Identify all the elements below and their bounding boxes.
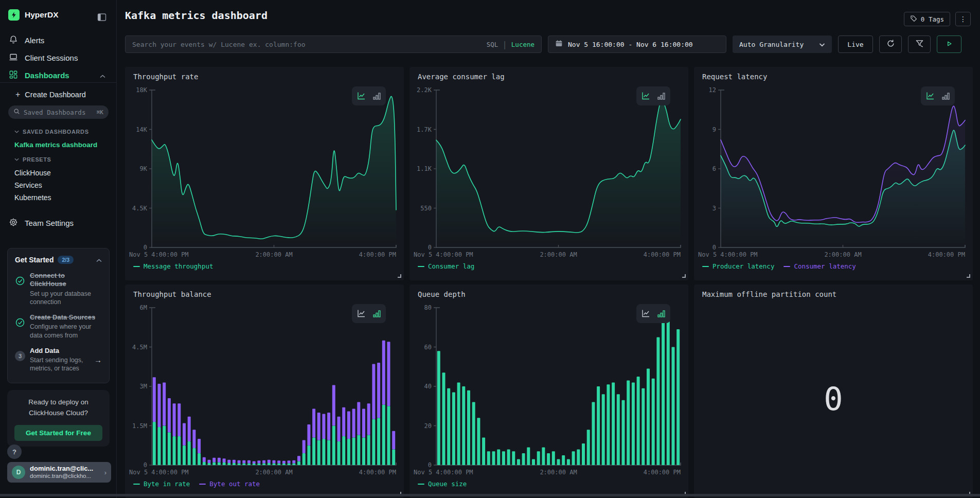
- sidebar-item-alerts[interactable]: Alerts: [0, 32, 117, 48]
- svg-text:2:00:00 AM: 2:00:00 AM: [540, 251, 577, 258]
- get-started-step[interactable]: Create Data Sources Configure where your…: [15, 313, 102, 340]
- legend-item[interactable]: Producer latency: [702, 262, 774, 270]
- panel-title: Maximum offline partition count: [702, 290, 836, 298]
- dashboard-panel: Request latency036912Nov 5 4:00:00 PM2:0…: [694, 67, 973, 280]
- svg-text:0: 0: [428, 244, 432, 251]
- user-email: dominic.tran@clickho...: [30, 473, 93, 479]
- filter-button[interactable]: [908, 35, 931, 53]
- line-chart-toggle-icon[interactable]: [356, 309, 366, 319]
- legend-swatch: [133, 484, 140, 485]
- chart-legend: Queue size: [418, 480, 467, 488]
- chevron-up-icon[interactable]: [96, 255, 102, 264]
- sidebar-item-team-settings[interactable]: Team Settings: [0, 216, 117, 230]
- panel-title: Queue depth: [418, 290, 466, 298]
- legend-item[interactable]: Consumer lag: [418, 262, 474, 270]
- panel-resize-handle[interactable]: [967, 274, 970, 278]
- bar-chart-toggle-icon[interactable]: [656, 309, 666, 319]
- chart-legend: Message throughput: [133, 262, 213, 270]
- event-search-input[interactable]: [132, 41, 487, 48]
- panel-resize-handle[interactable]: [398, 274, 401, 278]
- svg-text:0: 0: [712, 244, 716, 251]
- legend-item[interactable]: Byte out rate: [199, 480, 260, 488]
- sql-mode-toggle[interactable]: SQL: [487, 41, 498, 48]
- horizontal-scrollbar[interactable]: [0, 494, 980, 496]
- svg-text:4:00:00 PM: 4:00:00 PM: [928, 251, 965, 258]
- chart-type-toggle: [636, 86, 670, 105]
- dashboard-panel: Queue depth020406080Nov 5 4:00:00 PM2:00…: [409, 284, 688, 498]
- get-started-step[interactable]: 3 Add Data Start sending logs, metrics, …: [15, 347, 102, 373]
- search-icon: [13, 108, 20, 117]
- brand-name: HyperDX: [25, 10, 58, 20]
- chevron-right-icon: ›: [104, 469, 106, 476]
- help-button[interactable]: ?: [7, 444, 22, 459]
- svg-text:0: 0: [428, 461, 432, 469]
- sidebar-item-client-sessions[interactable]: Client Sessions: [0, 50, 117, 65]
- svg-text:40: 40: [424, 383, 432, 390]
- svg-text:1.5M: 1.5M: [132, 422, 147, 430]
- svg-text:4:00:00 PM: 4:00:00 PM: [644, 251, 681, 258]
- metric-value: 0: [694, 300, 973, 498]
- panel-title: Request latency: [702, 73, 767, 81]
- line-chart-toggle-icon[interactable]: [640, 309, 651, 319]
- granularity-select[interactable]: Auto Granularity: [733, 35, 832, 53]
- sidebar-item-kafka-dashboard[interactable]: Kafka metrics dashboard: [14, 141, 97, 149]
- bar-chart-toggle-icon[interactable]: [940, 91, 951, 101]
- svg-text:6: 6: [712, 165, 716, 172]
- tags-button[interactable]: 0 Tags: [904, 12, 950, 26]
- create-dashboard-button[interactable]: + Create Dashboard: [15, 88, 86, 101]
- saved-dashboards-search-input[interactable]: [24, 109, 85, 116]
- sidebar-item-clickhouse[interactable]: ClickHouse: [14, 169, 51, 177]
- sidebar-item-label: Client Sessions: [25, 54, 78, 62]
- legend-item[interactable]: Message throughput: [133, 262, 213, 270]
- legend-item[interactable]: Queue size: [418, 480, 467, 488]
- mode-divider: |: [502, 40, 507, 49]
- svg-text:4:00:00 PM: 4:00:00 PM: [359, 251, 396, 258]
- get-started-card: Get Started 2/3 Connect to ClickHouse Se…: [7, 248, 110, 383]
- bar-chart-toggle-icon[interactable]: [371, 91, 382, 101]
- sidebar-collapse-icon[interactable]: [96, 11, 108, 23]
- legend-item[interactable]: Consumer latency: [783, 262, 856, 270]
- sidebar-item-services[interactable]: Services: [14, 181, 42, 189]
- line-chart-toggle-icon[interactable]: [356, 91, 366, 101]
- legend-swatch: [133, 266, 140, 267]
- dashboard-panel: Throughput rate04.5K9K14K18KNov 5 4:00:0…: [125, 67, 404, 280]
- user-name: dominic.tran@clic...: [30, 465, 93, 473]
- svg-text:4.5M: 4.5M: [132, 344, 147, 351]
- brand[interactable]: HyperDX: [8, 9, 58, 21]
- step-desc: Set up your database connection: [30, 290, 96, 307]
- sidebar-item-dashboards[interactable]: Dashboards: [0, 67, 117, 83]
- chevron-down-icon: [14, 158, 19, 161]
- live-button[interactable]: Live: [838, 35, 873, 53]
- run-query-button[interactable]: [937, 35, 961, 53]
- bar-chart-toggle-icon[interactable]: [371, 309, 382, 319]
- presets-section-header[interactable]: PRESETS: [14, 156, 51, 163]
- date-range-picker[interactable]: Nov 5 16:00:00 - Nov 6 16:00:00: [548, 35, 726, 53]
- svg-text:2:00:00 AM: 2:00:00 AM: [255, 469, 292, 476]
- chevron-up-icon: [100, 71, 105, 80]
- svg-text:Nov 5 4:00:00 PM: Nov 5 4:00:00 PM: [698, 251, 758, 258]
- svg-text:2:00:00 AM: 2:00:00 AM: [824, 251, 861, 258]
- plus-icon: +: [15, 91, 20, 99]
- bar-chart-toggle-icon[interactable]: [656, 91, 666, 101]
- chart-type-toggle: [921, 86, 955, 105]
- sidebar-item-label: Dashboards: [25, 71, 69, 80]
- line-chart-toggle-icon[interactable]: [925, 91, 935, 101]
- svg-text:Nov 5 4:00:00 PM: Nov 5 4:00:00 PM: [129, 469, 189, 476]
- get-started-free-button[interactable]: Get Started for Free: [14, 425, 102, 441]
- legend-item[interactable]: Byte in rate: [133, 480, 190, 488]
- progress-badge: 2/3: [58, 256, 74, 264]
- get-started-step[interactable]: Connect to ClickHouse Set up your databa…: [15, 272, 102, 306]
- saved-dashboards-section-header[interactable]: SAVED DASHBOARDS: [14, 129, 89, 135]
- user-menu[interactable]: D dominic.tran@clic... dominic.tran@clic…: [7, 462, 111, 483]
- panel-resize-handle[interactable]: [682, 274, 686, 278]
- kebab-menu-button[interactable]: ⋮: [955, 12, 971, 26]
- legend-label: Byte out rate: [209, 480, 260, 488]
- lucene-mode-toggle[interactable]: Lucene: [511, 41, 534, 48]
- sidebar-item-kubernetes[interactable]: Kubernetes: [14, 193, 51, 202]
- sidebar-divider: [0, 82, 117, 83]
- step-desc: Start sending logs, metrics, or traces: [30, 356, 90, 373]
- refresh-button[interactable]: [879, 35, 902, 53]
- saved-dashboards-search[interactable]: ⌘K: [8, 105, 109, 119]
- event-search-box[interactable]: SQL | Lucene: [125, 35, 542, 53]
- line-chart-toggle-icon[interactable]: [640, 91, 651, 101]
